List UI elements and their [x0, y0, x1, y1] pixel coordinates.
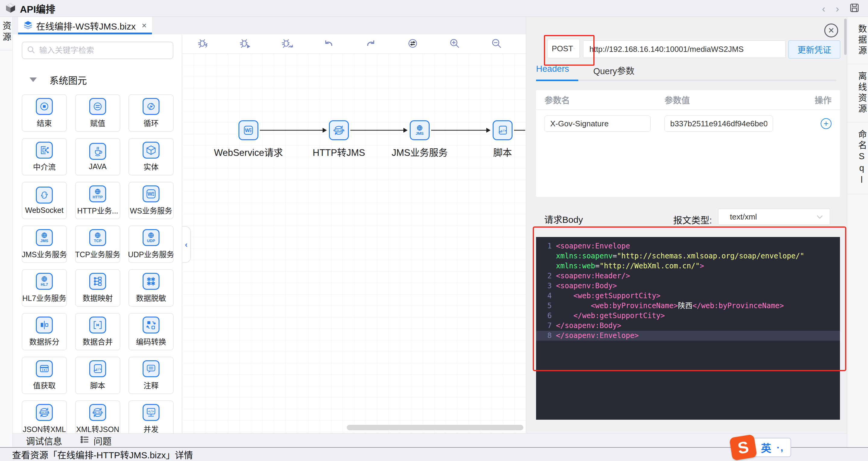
palette-item[interactable]: XML-JsonXML转JSON [75, 400, 120, 438]
url-input[interactable] [583, 40, 786, 58]
tabs-track [536, 80, 836, 81]
palette-item[interactable]: UDPUDP业务服务 [128, 225, 174, 263]
sidebar-item-resources[interactable]: 资源 [0, 21, 12, 43]
line-number: 6 [536, 311, 556, 321]
canvas-grid[interactable]: WWebService请求HTTP-JMSHTTP转JMSJMSJMS业务服务<… [182, 54, 526, 433]
rail-item[interactable]: 离线资源 [847, 64, 868, 122]
flow-node[interactable]: WWebService请求 [209, 120, 288, 159]
col-action: 操作 [810, 94, 832, 106]
tab-headers[interactable]: Headers [536, 64, 569, 76]
palette-item[interactable]: </>脚本 [75, 357, 120, 394]
redo-icon[interactable] [365, 37, 377, 51]
code-line: 8</soapenv:Envelope> [536, 331, 840, 341]
zoom-out-icon[interactable] [490, 37, 503, 51]
request-panel: ✕ POST 更新凭证 HeadersQuery参数 参数名 参数值 操作 + … [526, 17, 847, 433]
palette-item[interactable]: 数据拆分 [22, 313, 67, 350]
java-icon [89, 143, 106, 160]
palette-item[interactable]: JAVA [75, 138, 120, 176]
palette-item[interactable]: TCPTCP业务服务 [75, 225, 120, 263]
palette-item[interactable]: WebSocket [22, 182, 67, 219]
problems-tab[interactable]: 问题 [80, 434, 112, 447]
palette-item[interactable]: 数据映射 [75, 269, 120, 307]
save-icon[interactable] [849, 3, 860, 14]
rail-item[interactable]: 数据源 [847, 17, 868, 64]
palette-panel: 系统图元 结束赋值循环中介流JAVA实体WebSocketHTTPHTTP业务.… [13, 34, 182, 433]
param-value-input[interactable] [664, 116, 773, 132]
debug-info-tab[interactable]: 调试信息 [26, 434, 62, 447]
nav-forward-icon[interactable]: › [836, 3, 839, 13]
line-number: 3 [536, 281, 556, 291]
palette-item[interactable]: WWS业务服务 [128, 182, 174, 219]
palette-item[interactable]: 实体 [128, 138, 174, 176]
tab-close-icon[interactable]: × [142, 21, 147, 30]
zoom-in-icon[interactable] [448, 37, 461, 51]
palette-item[interactable]: 编码转换 [128, 313, 174, 350]
list-icon [80, 435, 89, 445]
palette-grid: 结束赋值循环中介流JAVA实体WebSocketHTTPHTTP业务...WWS… [13, 87, 182, 438]
palette-item-label: 注释 [144, 379, 159, 391]
globe-HL7-icon: HL7 [36, 273, 53, 290]
collapse-panel-handle[interactable]: ‹ [182, 226, 191, 263]
palette-item[interactable]: 结束 [22, 94, 67, 132]
add-row-icon[interactable]: + [821, 118, 832, 129]
ime-status-pill[interactable]: 英 ·, [751, 438, 791, 457]
palette-item[interactable]: 赋值 [75, 94, 120, 132]
nav-back-icon[interactable]: ‹ [822, 3, 825, 13]
palette-item[interactable]: HL7HL7业务服务 [22, 269, 67, 307]
close-icon[interactable]: ✕ [824, 24, 838, 37]
request-body-editor[interactable]: 1<soapenv:Envelopexmlns:soapenv="http://… [536, 237, 840, 420]
debug-restart-icon[interactable] [196, 37, 209, 51]
palette-item[interactable]: 注释 [128, 357, 174, 394]
websocket-icon [36, 187, 53, 204]
palette-item-label: 编码转换 [136, 336, 166, 347]
svg-text:</>: </> [148, 409, 154, 413]
method-select[interactable]: POST [547, 39, 580, 58]
comment-icon [143, 360, 159, 377]
pill-Json-XML-icon: Json-XML [36, 404, 53, 421]
tab-ws2jms[interactable]: 在线编排-WS转JMS.bizx × [18, 17, 152, 34]
palette-item[interactable]: JMSJMS业务服务 [22, 225, 67, 263]
status-text: 查看资源「在线编排-HTTP转JMS.bizx」详情 [12, 448, 193, 461]
horizontal-scrollbar[interactable] [347, 425, 523, 430]
flow-node[interactable]: HTTP-JMSHTTP转JMS [300, 120, 378, 159]
line-number: 7 [536, 321, 556, 331]
palette-item[interactable]: Json-XMLJSON转XML [22, 400, 67, 438]
palette-item[interactable]: HTTPHTTP业务... [75, 182, 120, 219]
palette-item[interactable]: </>并发 [128, 400, 174, 438]
palette-item[interactable]: 中介流 [22, 138, 67, 176]
wdoc-icon: W [239, 120, 258, 140]
debug-play-icon[interactable] [239, 37, 251, 51]
bottom-panel-bar: 调试信息 问题 [13, 433, 847, 447]
palette-item[interactable]: 数据合并 [75, 313, 120, 350]
palette-item[interactable]: 循环 [128, 94, 174, 132]
flow-node-label: WebService请求 [209, 145, 288, 159]
flow-canvas[interactable]: WWebService请求HTTP-JMSHTTP转JMSJMSJMS业务服务<… [182, 34, 526, 433]
flow-node[interactable]: JMSJMS业务服务 [380, 120, 459, 159]
palette-item-label: 数据拆分 [29, 336, 59, 347]
content-type-select[interactable]: text/xml [718, 209, 830, 225]
tab-title: 在线编排-WS转JMS.bizx [36, 19, 136, 32]
col-param-name: 参数名 [545, 94, 664, 106]
palette-item[interactable]: (x)值获取 [22, 357, 67, 394]
code-line: 6 </web:getSupportCity> [536, 311, 840, 321]
palette-item[interactable]: 数据脱敏 [128, 269, 174, 307]
palette-item-label: 中介流 [33, 161, 56, 172]
ime-widget[interactable]: S 英 ·, [731, 436, 791, 459]
swap-icon[interactable] [406, 37, 419, 51]
wdoc-icon: W [143, 185, 159, 202]
param-name-input[interactable] [545, 116, 651, 132]
tab-query-[interactable]: Query参数 [593, 64, 634, 76]
undo-icon[interactable] [322, 37, 335, 51]
palette-search[interactable] [22, 41, 173, 59]
request-tabs: HeadersQuery参数 [536, 64, 634, 76]
svg-text:HL7: HL7 [41, 282, 48, 287]
svg-text:HTTP-JMS: HTTP-JMS [333, 129, 345, 132]
vertical-scrollbar[interactable] [844, 19, 846, 55]
debug-step-icon[interactable] [280, 37, 293, 51]
update-credential-button[interactable]: 更新凭证 [788, 40, 840, 59]
palette-group-header[interactable]: 系统图元 [30, 73, 182, 87]
search-input[interactable] [39, 45, 168, 56]
sogou-logo-icon[interactable]: S [729, 434, 757, 461]
palette-item-label: 数据合并 [83, 336, 113, 347]
rail-item[interactable]: 命名Sql [847, 122, 868, 194]
